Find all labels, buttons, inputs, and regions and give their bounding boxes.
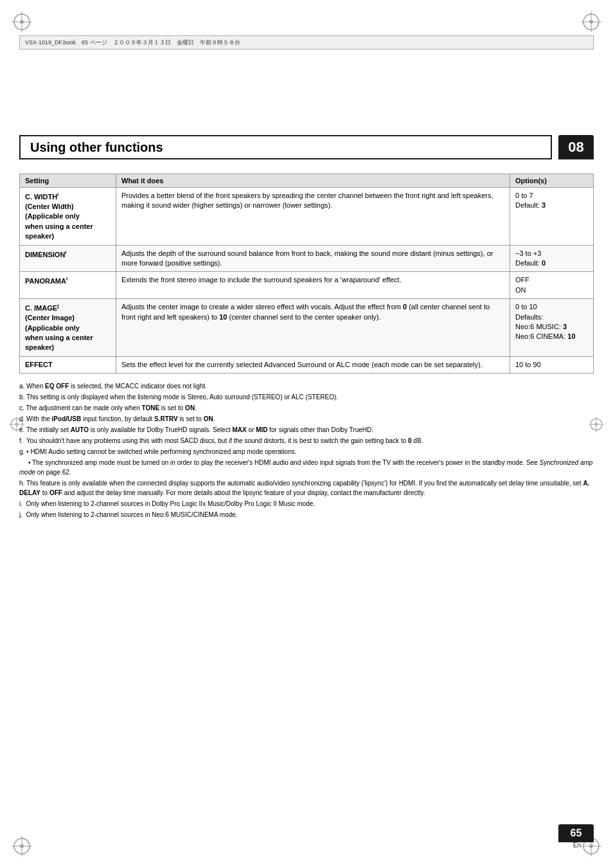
footnote-c: c. The adjustment can be made only when … (19, 403, 594, 413)
options-cell: 10 to 90 (510, 356, 594, 373)
setting-cell: C. IMAGEj (Center Image)(Applicable only… (20, 299, 116, 357)
table-row: PANORAMAi Extends the front stereo image… (20, 272, 594, 299)
corner-reg-tr (581, 12, 601, 32)
chapter-number: 08 (568, 139, 583, 156)
setting-name: EFFECT (25, 361, 53, 368)
options-text: 10 to 90 (515, 361, 541, 368)
table-header-row: Setting What it does Option(s) (20, 174, 594, 188)
setting-name: C. WIDTH (25, 193, 57, 201)
options-cell: OFFON (510, 272, 594, 299)
options-text: −3 to +3Default: 0 (515, 249, 546, 267)
setting-name: C. IMAGE (25, 304, 57, 312)
description-text: Provides a better blend of the front spe… (121, 192, 493, 209)
description-cell: Adjusts the center image to create a wid… (116, 299, 510, 357)
page-number-value: 65 (571, 827, 582, 839)
settings-table: Setting What it does Option(s) C. WIDTHi… (19, 174, 594, 374)
footnote-ref: i (57, 192, 58, 197)
options-text: 0 to 10Defaults:Neo:6 MUSIC: 3Neo:6 CINE… (515, 303, 576, 340)
footnote-ref: i (65, 249, 66, 255)
description-cell: Extends the front stereo image to includ… (116, 272, 510, 299)
chapter-title-area: Using other functions (19, 135, 552, 159)
footnotes-section: a. When EQ OFF is selected, the MCACC in… (19, 381, 594, 520)
table-row: DIMENSIONi Adjusts the depth of the surr… (20, 245, 594, 272)
chapter-badge: 08 (558, 135, 594, 159)
page-lang: En (573, 842, 581, 849)
description-cell: Adjusts the depth of the surround sound … (116, 245, 510, 272)
main-content: Setting What it does Option(s) C. WIDTHi… (19, 174, 594, 521)
table-row: EFFECT Sets the effect level for the cur… (20, 356, 594, 373)
description-text: Adjusts the center image to create a wid… (121, 303, 490, 320)
setting-detail: (Center Width)(Applicable onlywhen using… (25, 203, 93, 240)
footnote-ref: j (57, 303, 58, 309)
footnote-g2: • The synchronized amp mode must be turn… (19, 458, 594, 477)
chapter-title: Using other functions (30, 140, 163, 155)
footnote-h: h. This feature is only available when t… (19, 478, 594, 498)
file-info: VSX-1019_DF.book 65 ページ ２００９年３月１３日 金曜日 午… (25, 39, 240, 47)
options-text: OFFON (515, 276, 529, 293)
corner-reg-tl (12, 12, 32, 32)
options-cell: −3 to +3Default: 0 (510, 245, 594, 272)
corner-reg-bl (12, 836, 32, 856)
footnote-g1: g. • HDMI Audio setting cannot be switch… (19, 447, 594, 457)
setting-cell: EFFECT (20, 356, 116, 373)
setting-detail: (Center Image)(Applicable onlywhen using… (25, 314, 93, 351)
header-bar: VSX-1019_DF.book 65 ページ ２００９年３月１３日 金曜日 午… (19, 35, 594, 50)
col-setting: Setting (20, 174, 116, 188)
options-cell: 0 to 7Default: 3 (510, 188, 594, 246)
col-what-it-does: What it does (116, 174, 510, 188)
options-cell: 0 to 10Defaults:Neo:6 MUSIC: 3Neo:6 CINE… (510, 299, 594, 357)
setting-cell: PANORAMAi (20, 272, 116, 299)
table-row: C. IMAGEj (Center Image)(Applicable only… (20, 299, 594, 357)
description-cell: Sets the effect level for the currently … (116, 356, 510, 373)
footnote-b: b. This setting is only displayed when t… (19, 392, 594, 402)
footnote-j: j. Only when listening to 2-channel sour… (19, 510, 594, 520)
options-text: 0 to 7Default: 3 (515, 192, 546, 209)
setting-cell: DIMENSIONi (20, 245, 116, 272)
col-options: Option(s) (510, 174, 594, 188)
setting-cell: C. WIDTHi (Center Width)(Applicable only… (20, 188, 116, 246)
footnote-e: e. The initially set AUTO is only availa… (19, 425, 594, 435)
table-row: C. WIDTHi (Center Width)(Applicable only… (20, 188, 594, 246)
description-cell: Provides a better blend of the front spe… (116, 188, 510, 246)
description-text: Sets the effect level for the currently … (121, 361, 483, 368)
setting-name: PANORAMA (25, 277, 66, 285)
page-number: 65 (558, 824, 594, 842)
footnote-i: i. Only when listening to 2-channel sour… (19, 499, 594, 509)
footnote-ref: i (66, 276, 67, 282)
description-text: Extends the front stereo image to includ… (121, 276, 402, 284)
setting-name: DIMENSION (25, 250, 65, 258)
description-text: Adjusts the depth of the surround sound … (121, 249, 493, 267)
footnote-d: d. With the iPod/USB input function, by … (19, 414, 594, 424)
footnote-f: f. You shouldn't have any problems using… (19, 436, 594, 446)
footnote-a: a. When EQ OFF is selected, the MCACC in… (19, 381, 594, 391)
